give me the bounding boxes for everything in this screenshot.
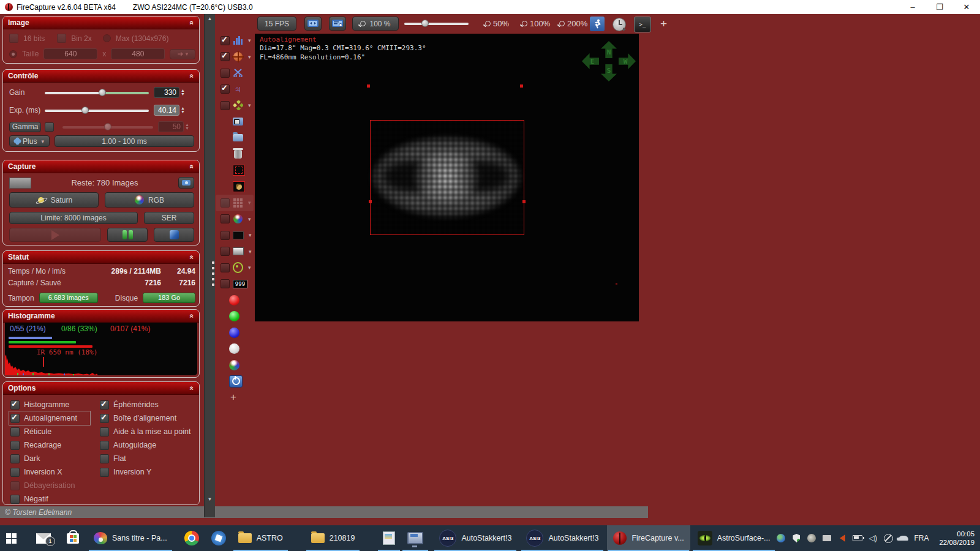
histogramme-panel-header[interactable]: Histogramme «: [3, 310, 199, 323]
boite-alignement-checkbox[interactable]: [100, 414, 109, 423]
green-channel-button[interactable]: [229, 311, 239, 321]
audio-device-icon[interactable]: [837, 533, 847, 543]
scroll-down-icon[interactable]: ▼: [205, 497, 215, 502]
paint-app-button[interactable]: Sans titre - Pa...: [88, 525, 173, 551]
alignment-box-handle[interactable]: [522, 200, 526, 203]
zoom-level-button[interactable]: 100 %: [352, 17, 399, 31]
open-folder-icon[interactable]: [233, 133, 243, 143]
target-icon[interactable]: [233, 51, 243, 62]
rgb-balance-icon[interactable]: [233, 214, 243, 224]
gain-slider[interactable]: [45, 89, 149, 96]
quick-capture-button[interactable]: [590, 17, 605, 31]
compass-south-arrow[interactable]: S: [601, 64, 617, 81]
alignment-box[interactable]: [370, 120, 524, 235]
ephemerides-toggle-checkbox[interactable]: [221, 84, 230, 94]
autostakkert-button-1[interactable]: AS!3 AutoStakkert!3: [433, 525, 518, 551]
color-balance-checkbox[interactable]: [221, 214, 230, 223]
gamma-spinner[interactable]: ▲▼: [185, 123, 189, 130]
reticule-checkbox[interactable]: [10, 427, 20, 437]
exposure-slider-thumb[interactable]: [81, 107, 89, 114]
height-field[interactable]: 480: [111, 48, 165, 59]
compass-west-arrow[interactable]: W: [619, 53, 636, 69]
add-toolbar-button[interactable]: +: [660, 17, 667, 31]
object-button[interactable]: Saturn: [9, 192, 99, 208]
timer-button[interactable]: [611, 17, 627, 32]
color-swatch[interactable]: [9, 178, 31, 189]
inversion-x-checkbox[interactable]: [10, 468, 20, 477]
gamma-slider[interactable]: [62, 123, 153, 130]
gamma-button[interactable]: Gamma: [9, 122, 41, 132]
histogram-toggle-checkbox[interactable]: [221, 36, 230, 45]
zoom-100-link[interactable]: 100%: [522, 19, 550, 28]
astrosurface-button[interactable]: AstroSurface-...: [692, 525, 777, 551]
chevron-down-icon[interactable]: ▾: [249, 249, 252, 255]
gain-spinner[interactable]: ▲▼: [181, 89, 185, 96]
histogram-icon[interactable]: [233, 36, 243, 46]
dark-checkbox[interactable]: [10, 454, 20, 463]
red-channel-button[interactable]: [229, 295, 239, 305]
collapse-chevron-icon[interactable]: «: [188, 386, 197, 391]
chevron-down-icon[interactable]: ▾: [248, 102, 251, 108]
exposure-slider[interactable]: [45, 107, 149, 114]
astro-folder-button[interactable]: ASTRO: [232, 525, 289, 551]
resolution-dropdown[interactable]: ➜▾: [170, 49, 195, 59]
green-target-icon[interactable]: [233, 263, 243, 273]
camera-settings-button[interactable]: [178, 177, 194, 189]
chevron-down-icon[interactable]: ▾: [248, 37, 251, 43]
ephemerides-checkbox[interactable]: [100, 400, 109, 410]
options-panel-header[interactable]: Options «: [3, 382, 199, 395]
display-tray-icon[interactable]: [822, 533, 832, 543]
power-button[interactable]: [229, 375, 243, 388]
battery-icon[interactable]: [853, 533, 862, 543]
frame-counter-icon[interactable]: 999: [233, 280, 247, 288]
gain-value-field[interactable]: 330: [154, 87, 179, 98]
camera-preview[interactable]: Autoalignement Dia=17.8" Mag=0.3 CMI=319…: [255, 34, 639, 321]
chrome-button[interactable]: [178, 525, 205, 551]
mail-app-button[interactable]: 1: [30, 525, 57, 551]
plus-dropdown-button[interactable]: Plus ▾: [9, 135, 50, 147]
bad-pixel-icon[interactable]: [233, 181, 245, 192]
language-indicator[interactable]: FRA: [914, 533, 929, 543]
collapse-chevron-icon[interactable]: «: [188, 165, 197, 169]
bin2x-checkbox[interactable]: [57, 34, 66, 43]
chevron-down-icon[interactable]: ▾: [248, 264, 251, 271]
width-field[interactable]: 640: [43, 48, 97, 59]
autostakkert-button-2[interactable]: AS!3 AutoStakkert!3: [520, 525, 605, 551]
autoalignement-checkbox[interactable]: [10, 414, 20, 423]
start-button[interactable]: [0, 525, 23, 551]
zoom-slider-thumb[interactable]: [421, 20, 429, 27]
autoalign-toggle-checkbox[interactable]: [221, 52, 230, 61]
inversion-y-checkbox[interactable]: [100, 468, 109, 477]
no-internet-globe-icon[interactable]: [883, 533, 893, 543]
collapse-chevron-icon[interactable]: «: [188, 74, 197, 78]
compass-north-arrow[interactable]: N: [601, 41, 617, 58]
chevron-down-icon[interactable]: ▾: [248, 54, 251, 60]
alignment-box-handle[interactable]: [369, 200, 372, 203]
pause-button[interactable]: [107, 228, 148, 242]
close-button[interactable]: ✕: [953, 0, 980, 14]
ser-format-button[interactable]: SER: [144, 212, 194, 224]
limite-button[interactable]: Limite: 8000 images: [9, 212, 138, 224]
system-monitor-button[interactable]: [401, 525, 429, 551]
gamma-slider-thumb[interactable]: [104, 123, 111, 130]
quality-toggle-checkbox[interactable]: [221, 101, 230, 110]
crop-toggle-checkbox[interactable]: [221, 69, 230, 78]
statut-panel-header[interactable]: Statut «: [3, 251, 199, 264]
zoom-200-link[interactable]: 200%: [559, 19, 587, 28]
zoom-slider[interactable]: [404, 20, 469, 27]
exposure-value-field[interactable]: 40.14: [154, 105, 179, 116]
capture-panel-header[interactable]: Capture «: [3, 160, 199, 173]
chevron-down-icon[interactable]: ▾: [248, 216, 251, 222]
dark-frame-icon[interactable]: [233, 165, 245, 176]
quality-diamond-icon[interactable]: [233, 100, 243, 111]
splitter-handle[interactable]: [212, 261, 214, 286]
store-app-button[interactable]: [61, 525, 85, 551]
collapse-chevron-icon[interactable]: «: [188, 314, 197, 318]
chevron-down-icon[interactable]: ▾: [249, 232, 252, 238]
scissors-icon[interactable]: [233, 68, 243, 78]
minimize-button[interactable]: –: [899, 0, 926, 14]
trash-icon[interactable]: [233, 149, 243, 159]
volume-icon[interactable]: ◁): [868, 533, 878, 543]
recadrage-checkbox[interactable]: [10, 441, 20, 450]
blue-channel-button[interactable]: [229, 328, 239, 338]
